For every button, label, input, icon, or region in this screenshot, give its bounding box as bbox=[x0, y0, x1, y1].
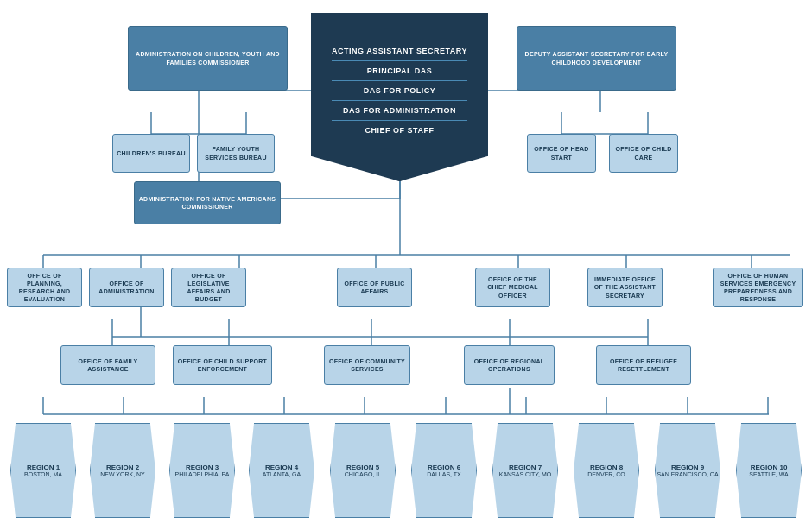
region7-label: REGION 7 bbox=[509, 464, 542, 471]
region9-box: REGION 9 SAN FRANCISCO, CA bbox=[655, 423, 720, 518]
region9-label: REGION 9 bbox=[671, 464, 704, 471]
immediate-office-box: IMMEDIATE OFFICE OF THE ASSISTANT SECRET… bbox=[587, 268, 663, 307]
child-care-box: OFFICE OF CHILD CARE bbox=[609, 134, 678, 173]
family-youth-label: FAMILY YOUTH SERVICES BUREAU bbox=[201, 145, 270, 161]
regional-ops-label: OFFICE OF REGIONAL OPERATIONS bbox=[468, 357, 550, 373]
region2-label: REGION 2 bbox=[106, 464, 139, 471]
top-left-box: ADMINISTRATION ON CHILDREN, YOUTH AND FA… bbox=[128, 26, 288, 91]
child-support-label: OFFICE OF CHILD SUPPORT ENFORCEMENT bbox=[177, 357, 268, 373]
region3-box: REGION 3 PHILADELPHIA, PA bbox=[169, 423, 235, 518]
planning-label: OFFICE OF PLANNING, RESEARCH AND EVALUAT… bbox=[11, 272, 78, 303]
refugee-label: OFFICE OF REFUGEE RESETTLEMENT bbox=[600, 357, 687, 373]
region3-city: PHILADELPHIA, PA bbox=[175, 471, 230, 477]
center-line3: DAS FOR POLICY bbox=[332, 83, 467, 98]
child-care-label: OFFICE OF CHILD CARE bbox=[613, 145, 674, 161]
public-affairs-label: OFFICE OF PUBLIC AFFAIRS bbox=[341, 280, 408, 295]
immediate-office-label: IMMEDIATE OFFICE OF THE ASSISTANT SECRET… bbox=[592, 275, 658, 299]
region2-city: NEW YORK, NY bbox=[100, 471, 145, 477]
community-services-box: OFFICE OF COMMUNITY SERVICES bbox=[324, 345, 410, 385]
region4-city: ATLANTA, GA bbox=[263, 471, 301, 477]
legislative-label: OFFICE OF LEGISLATIVE AFFAIRS AND BUDGET bbox=[175, 272, 242, 303]
native-americans-label: ADMINISTRATION FOR NATIVE AMERICANS COMM… bbox=[138, 195, 276, 211]
top-right-label: DEPUTY ASSISTANT SECRETARY FOR EARLY CHI… bbox=[521, 50, 672, 66]
head-start-box: OFFICE OF HEAD START bbox=[527, 134, 596, 173]
region1-label: REGION 1 bbox=[27, 464, 60, 471]
regional-ops-box: OFFICE OF REGIONAL OPERATIONS bbox=[464, 345, 555, 385]
region5-city: CHICAGO, IL bbox=[345, 471, 381, 477]
region4-box: REGION 4 ATLANTA, GA bbox=[249, 423, 314, 518]
region6-city: DALLAS, TX bbox=[427, 471, 461, 477]
refugee-box: OFFICE OF REFUGEE RESETTLEMENT bbox=[596, 345, 691, 385]
region7-box: REGION 7 KANSAS CITY, MO bbox=[492, 423, 558, 518]
planning-box: OFFICE OF PLANNING, RESEARCH AND EVALUAT… bbox=[7, 268, 82, 307]
region10-label: REGION 10 bbox=[751, 464, 788, 471]
top-left-label: ADMINISTRATION ON CHILDREN, YOUTH AND FA… bbox=[132, 50, 283, 66]
region5-box: REGION 5 CHICAGO, IL bbox=[330, 423, 396, 518]
region5-label: REGION 5 bbox=[346, 464, 379, 471]
region1-city: BOSTON, MA bbox=[24, 471, 62, 477]
chief-medical-box: OFFICE OF THE CHIEF MEDICAL OFFICER bbox=[475, 268, 550, 307]
legislative-box: OFFICE OF LEGISLATIVE AFFAIRS AND BUDGET bbox=[171, 268, 246, 307]
region2-box: REGION 2 NEW YORK, NY bbox=[90, 423, 155, 518]
region4-label: REGION 4 bbox=[265, 464, 298, 471]
family-assistance-label: OFFICE OF FAMILY ASSISTANCE bbox=[65, 357, 151, 373]
region10-box: REGION 10 SEATTLE, WA bbox=[736, 423, 802, 518]
region7-city: KANSAS CITY, MO bbox=[499, 471, 552, 477]
childrens-bureau-label: CHILDREN'S BUREAU bbox=[117, 149, 186, 157]
family-youth-box: FAMILY YOUTH SERVICES BUREAU bbox=[197, 134, 275, 173]
administration-box: OFFICE OF ADMINISTRATION bbox=[89, 268, 164, 307]
human-services-label: OFFICE OF HUMAN SERVICES EMERGENCY PREPA… bbox=[717, 272, 799, 303]
region1-box: REGION 1 BOSTON, MA bbox=[10, 423, 76, 518]
region8-box: REGION 8 DENVER, CO bbox=[574, 423, 639, 518]
chief-medical-label: OFFICE OF THE CHIEF MEDICAL OFFICER bbox=[479, 275, 546, 299]
administration-label: OFFICE OF ADMINISTRATION bbox=[93, 280, 160, 295]
region3-label: REGION 3 bbox=[186, 464, 219, 471]
region10-city: SEATTLE, WA bbox=[749, 471, 789, 477]
head-start-label: OFFICE OF HEAD START bbox=[531, 145, 592, 161]
center-line2: PRINCIPAL DAS bbox=[332, 63, 467, 79]
center-line1: ACTING ASSISTANT SECRETARY bbox=[332, 43, 467, 59]
region6-label: REGION 6 bbox=[428, 464, 460, 471]
public-affairs-box: OFFICE OF PUBLIC AFFAIRS bbox=[337, 268, 412, 307]
center-box: ACTING ASSISTANT SECRETARY PRINCIPAL DAS… bbox=[311, 13, 488, 181]
native-americans-box: ADMINISTRATION FOR NATIVE AMERICANS COMM… bbox=[134, 181, 281, 224]
community-services-label: OFFICE OF COMMUNITY SERVICES bbox=[328, 357, 406, 373]
region9-city: SAN FRANCISCO, CA bbox=[657, 471, 718, 477]
region8-city: DENVER, CO bbox=[587, 471, 625, 477]
center-line5: CHIEF OF STAFF bbox=[332, 123, 467, 138]
human-services-box: OFFICE OF HUMAN SERVICES EMERGENCY PREPA… bbox=[713, 268, 803, 307]
org-chart: ACTING ASSISTANT SECRETARY PRINCIPAL DAS… bbox=[0, 0, 812, 530]
center-line4: DAS FOR ADMINISTRATION bbox=[332, 103, 467, 118]
region6-box: REGION 6 DALLAS, TX bbox=[411, 423, 477, 518]
family-assistance-box: OFFICE OF FAMILY ASSISTANCE bbox=[60, 345, 155, 385]
childrens-bureau-box: CHILDREN'S BUREAU bbox=[112, 134, 190, 173]
top-right-box: DEPUTY ASSISTANT SECRETARY FOR EARLY CHI… bbox=[517, 26, 676, 91]
child-support-box: OFFICE OF CHILD SUPPORT ENFORCEMENT bbox=[173, 345, 272, 385]
region8-label: REGION 8 bbox=[590, 464, 623, 471]
